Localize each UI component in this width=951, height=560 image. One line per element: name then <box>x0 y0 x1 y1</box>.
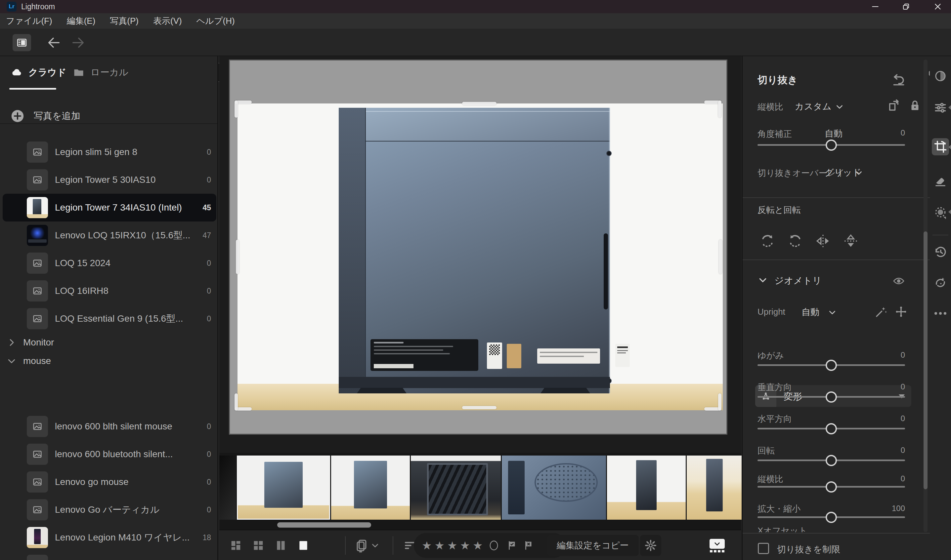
upright-auto-wand-button[interactable] <box>874 305 888 318</box>
masking-tool[interactable] <box>932 204 949 221</box>
crop-handle-top[interactable] <box>462 102 496 105</box>
album-row[interactable]: Lenovo Legion M410 ワイヤレ... 18 <box>3 524 216 551</box>
color-label-button[interactable] <box>488 530 500 560</box>
more-options-button[interactable] <box>932 305 949 322</box>
album-row[interactable]: lenovo 600 blth silent mouse 0 <box>3 412 216 440</box>
presets-tool[interactable] <box>932 68 949 85</box>
angle-slider[interactable] <box>757 144 905 146</box>
album-row[interactable]: LOQ 16IRH8 0 <box>3 277 216 305</box>
chevron-down-icon <box>854 169 863 177</box>
star-icon[interactable]: ★ <box>434 540 444 551</box>
filmstrip-thumb[interactable] <box>607 455 686 520</box>
filmstrip-toggle-button[interactable] <box>709 530 725 560</box>
menu-view[interactable]: 表示(V) <box>153 15 182 27</box>
filmstrip-thumb[interactable] <box>331 455 410 520</box>
menu-file[interactable]: ファイル(F) <box>6 15 52 27</box>
constrain-crop-checkbox[interactable] <box>758 543 769 554</box>
album-row[interactable]: Lenovo professional 0 <box>3 551 216 560</box>
upright-value[interactable]: 自動 <box>801 306 819 318</box>
tab-cloud[interactable]: クラウド <box>10 66 66 78</box>
rotate-right-button[interactable] <box>759 233 776 249</box>
flag-pick-button[interactable] <box>506 530 518 560</box>
add-photos-button[interactable]: 写真を追加 <box>10 108 80 124</box>
crop-handle-bottom[interactable] <box>462 406 496 409</box>
geometry-visibility-button[interactable] <box>892 274 905 288</box>
ai-sync-tool[interactable] <box>932 274 949 292</box>
guided-upright-button[interactable] <box>894 305 908 318</box>
view-compare-button[interactable] <box>274 530 287 560</box>
vertical-slider[interactable] <box>757 396 905 398</box>
crop-handle-right[interactable] <box>719 240 722 274</box>
filmstrip-thumb-partial[interactable] <box>219 455 236 520</box>
flag-reject-button[interactable] <box>523 530 534 560</box>
copy-settings-options-button[interactable] <box>640 535 661 556</box>
view-detail-button[interactable] <box>297 530 310 560</box>
star-icon[interactable]: ★ <box>460 540 470 551</box>
crop-tool-active[interactable] <box>932 138 949 155</box>
copy-edit-settings-button[interactable]: 編集設定をコピー <box>547 535 639 556</box>
star-icon[interactable]: ★ <box>473 540 482 551</box>
filmstrip-thumb-selected[interactable] <box>237 455 330 520</box>
tab-local[interactable]: ローカル <box>72 66 128 78</box>
star-icon[interactable]: ★ <box>447 540 457 551</box>
slider-value: 0 <box>757 351 905 360</box>
album-row[interactable]: Legion Tower 5 30IAS10 0 <box>3 166 216 194</box>
rotate-left-button[interactable] <box>787 233 803 249</box>
aspect-ratio-label: 縦横比 <box>757 101 783 113</box>
menu-photo[interactable]: 写真(P) <box>110 15 139 27</box>
album-row[interactable]: Lenovo go mouse 0 <box>3 468 216 496</box>
album-count: 0 <box>194 148 211 157</box>
folder-mouse[interactable]: mouse <box>7 352 212 370</box>
album-row-selected[interactable]: Legion Tower 7 34IAS10 (Intel) 45 <box>3 194 216 222</box>
filmstrip-thumb[interactable] <box>687 455 742 520</box>
sidebar-toggle-button[interactable] <box>12 34 31 51</box>
edit-sliders-tool[interactable] <box>932 99 949 116</box>
remove-tool[interactable] <box>932 172 949 189</box>
geometry-collapse-chevron[interactable] <box>758 275 768 285</box>
close-button[interactable] <box>926 0 949 13</box>
filmstrip-scrollbar[interactable] <box>277 522 371 528</box>
star-rating[interactable]: ★ ★ ★ ★ ★ <box>422 530 482 560</box>
flip-vertical-button[interactable] <box>843 233 859 249</box>
menu-help[interactable]: ヘルプ(H) <box>196 15 235 27</box>
album-row[interactable]: Legion slim 5i gen 8 0 <box>3 138 216 166</box>
angle-slider-knob[interactable] <box>826 140 837 151</box>
slideshow-button[interactable] <box>354 530 369 560</box>
geometry-title[interactable]: ジオメトリ <box>774 274 822 287</box>
horizontal-slider[interactable] <box>757 428 905 429</box>
overlay-chevron[interactable] <box>854 169 863 177</box>
upright-chevron[interactable] <box>828 308 837 317</box>
album-row[interactable]: lenovo 600 bluetooth silent... 0 <box>3 440 216 468</box>
album-row[interactable]: Lenovo Go バーティカル 0 <box>3 496 216 524</box>
rotate-slider[interactable] <box>757 460 905 461</box>
slideshow-chevron[interactable] <box>371 530 379 560</box>
restore-button[interactable] <box>894 0 918 13</box>
view-grid-mosaic-button[interactable] <box>229 530 242 560</box>
folder-monitor[interactable]: Monitor <box>7 333 212 352</box>
aspect-chevron[interactable] <box>835 103 844 111</box>
scale-slider[interactable] <box>757 516 905 518</box>
star-icon[interactable]: ★ <box>422 540 432 551</box>
aspect-slider[interactable] <box>757 486 905 488</box>
view-grid-button[interactable] <box>252 530 265 560</box>
forward-button[interactable] <box>71 35 86 50</box>
album-row[interactable]: LOQ 15 2024 0 <box>3 249 216 277</box>
panel-scrollbar[interactable] <box>923 60 928 532</box>
album-row[interactable]: LOQ Essential Gen 9 (15.6型... 0 <box>3 305 216 332</box>
album-row[interactable]: Lenovo LOQ 15IRX10（15.6型... 47 <box>3 222 216 249</box>
minimize-button[interactable] <box>864 0 887 13</box>
back-button[interactable] <box>46 35 62 50</box>
flip-horizontal-button[interactable] <box>815 233 831 249</box>
filmstrip-thumb[interactable] <box>411 455 501 520</box>
crop-handle-left[interactable] <box>236 240 239 274</box>
edit-canvas[interactable] <box>229 60 728 435</box>
library-sidebar: クラウド ローカル 写真を追加 Legion slim 5i gen 8 0 L… <box>0 56 218 560</box>
aspect-lock-button[interactable] <box>908 98 922 112</box>
filmstrip-thumb[interactable] <box>502 455 606 520</box>
crop-reset-button[interactable] <box>891 72 906 87</box>
distortion-slider[interactable] <box>757 364 905 366</box>
versions-history-tool[interactable] <box>932 243 949 260</box>
menu-edit[interactable]: 編集(E) <box>67 15 96 27</box>
aspect-ratio-value[interactable]: カスタム <box>795 100 832 112</box>
rotate-crop-button[interactable] <box>887 98 901 112</box>
